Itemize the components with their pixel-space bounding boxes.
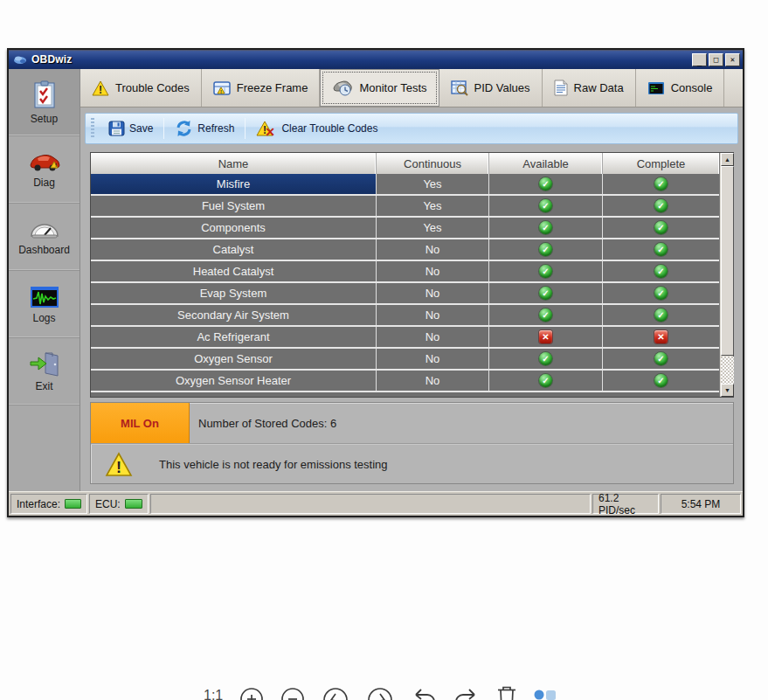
cell-continuous: No [377, 261, 489, 281]
obdwiz-window: OBDwiz _ □ ✕ Setup [7, 48, 744, 517]
zoom-in-icon[interactable] [239, 686, 264, 700]
status-ok-icon [539, 265, 552, 278]
refresh-button[interactable]: Refresh [168, 117, 241, 140]
minimize-button[interactable]: _ [692, 53, 707, 66]
gauge-icon [27, 218, 62, 241]
column-header-continuous[interactable]: Continuous [377, 153, 489, 174]
app-logo-icon [13, 54, 27, 65]
sidebar-item-exit[interactable]: Exit [9, 338, 80, 405]
scrollbar-track[interactable] [721, 357, 734, 384]
sidebar-item-diag[interactable]: ! Diag [9, 136, 80, 204]
color-tools-icon[interactable] [534, 686, 557, 700]
table-row-fuel-system[interactable]: Fuel System Yes [91, 196, 719, 218]
emissions-warning-text: This vehicle is not ready for emissions … [159, 458, 388, 471]
zoom-out-icon[interactable] [280, 686, 305, 700]
status-ok-icon [539, 374, 552, 387]
checklist-clipboard-icon [31, 80, 58, 110]
status-ok-icon [539, 243, 552, 256]
scroll-up-button[interactable]: ▲ [721, 153, 734, 166]
svg-text:!: ! [55, 163, 57, 168]
document-icon [554, 80, 568, 96]
table-row-oxygen-sensor-heater[interactable]: Oxygen Sensor Heater No [91, 371, 719, 392]
statusbar-spacer-panel [150, 494, 591, 514]
terminal-icon [647, 81, 665, 95]
tab-pid-values[interactable]: PID Values [439, 69, 543, 107]
status-ok-icon [539, 308, 552, 322]
clear-label: Clear Trouble Codes [281, 122, 377, 135]
toolbar-grip[interactable] [91, 118, 94, 139]
sidebar-item-setup[interactable]: Setup [9, 69, 80, 136]
cell-continuous: No [377, 349, 489, 369]
sidebar-item-logs[interactable]: Logs [9, 271, 80, 338]
actual-size-label[interactable]: 1:1 [204, 686, 223, 700]
exit-door-icon [28, 351, 61, 378]
cell-name: Heated Catalyst [91, 261, 377, 281]
cell-available [489, 283, 603, 303]
table-row-components[interactable]: Components Yes [91, 218, 719, 239]
status-ok-icon [539, 221, 552, 234]
status-ok-icon [654, 287, 668, 300]
warning-triangle-icon: ! [105, 452, 133, 477]
table-row-evap-system[interactable]: Evap System No [91, 283, 719, 305]
warning-triangle-icon: ! [92, 80, 109, 96]
table-row-catalyst[interactable]: Catalyst No [91, 239, 719, 261]
svg-text:!: ! [220, 88, 222, 94]
tab-trouble-codes[interactable]: ! Trouble Codes [80, 69, 202, 107]
table-row-misfire[interactable]: Misfire Yes [91, 174, 719, 196]
save-button[interactable]: Save [101, 118, 160, 139]
cell-continuous: No [377, 371, 489, 391]
partial-table-row [91, 392, 719, 397]
rotate-ccw-icon[interactable] [322, 686, 349, 700]
tab-freeze-frame[interactable]: ! Freeze Frame [202, 69, 321, 107]
waveform-screen-icon [29, 285, 60, 309]
cell-complete [603, 261, 719, 281]
table-row-secondary-air-system[interactable]: Secondary Air System No [91, 305, 719, 327]
clock-panel: 5:54 PM [661, 494, 741, 514]
tab-label: Raw Data [574, 81, 624, 94]
interface-status-panel: Interface: [10, 494, 87, 514]
status-ok-icon [654, 374, 668, 387]
table-row-oxygen-sensor[interactable]: Oxygen Sensor No [91, 349, 719, 371]
close-button[interactable]: ✕ [725, 53, 740, 66]
pid-rate-panel: 61.2 PID/sec [592, 494, 659, 514]
table-scrollbar[interactable]: ▲ ▼ [719, 153, 733, 397]
cell-available [489, 196, 603, 216]
tab-monitor-tests[interactable]: Monitor Tests [320, 69, 439, 107]
column-header-name[interactable]: Name [91, 153, 377, 174]
clear-trouble-codes-button[interactable]: ! ✕ Clear Trouble Codes [249, 117, 384, 140]
delete-trash-icon[interactable] [496, 686, 517, 700]
scroll-down-button[interactable]: ▼ [721, 384, 734, 397]
sidebar-item-dashboard[interactable]: Dashboard [9, 204, 80, 271]
cell-name: Fuel System [91, 196, 377, 216]
cell-complete [603, 349, 719, 369]
rotate-cw-icon[interactable] [366, 686, 394, 700]
tab-label: Trouble Codes [115, 81, 190, 94]
status-ok-icon [654, 308, 668, 322]
undo-icon[interactable] [411, 686, 437, 700]
tab-console[interactable]: Console [636, 69, 725, 107]
tab-raw-data[interactable]: Raw Data [543, 69, 636, 107]
scrollbar-thumb[interactable] [721, 166, 734, 356]
table-row-heated-catalyst[interactable]: Heated Catalyst No [91, 261, 719, 283]
column-header-complete[interactable]: Complete [603, 153, 719, 174]
cell-continuous: No [377, 305, 489, 325]
cell-name: Components [91, 218, 377, 238]
cell-name: Ac Refrigerant [91, 327, 377, 347]
sidebar-item-label: Exit [35, 380, 52, 392]
table-row-ac-refrigerant[interactable]: Ac Refrigerant No [91, 327, 719, 349]
grid-magnifier-icon [451, 80, 468, 96]
column-header-available[interactable]: Available [489, 153, 603, 174]
mil-status-badge[interactable]: MIL On [91, 403, 190, 443]
sidebar-item-label: Setup [31, 113, 58, 125]
car-clock-icon [332, 80, 353, 96]
cell-complete [603, 327, 719, 347]
cell-complete [603, 305, 719, 325]
cell-available [489, 261, 603, 281]
cell-available [489, 371, 603, 391]
cell-continuous: Yes [377, 174, 489, 194]
sidebar-item-label: Dashboard [18, 244, 70, 256]
titlebar[interactable]: OBDwiz _ □ ✕ [9, 50, 743, 69]
redo-icon[interactable] [453, 686, 480, 700]
maximize-button[interactable]: □ [709, 53, 723, 66]
svg-text:!: ! [99, 84, 102, 96]
